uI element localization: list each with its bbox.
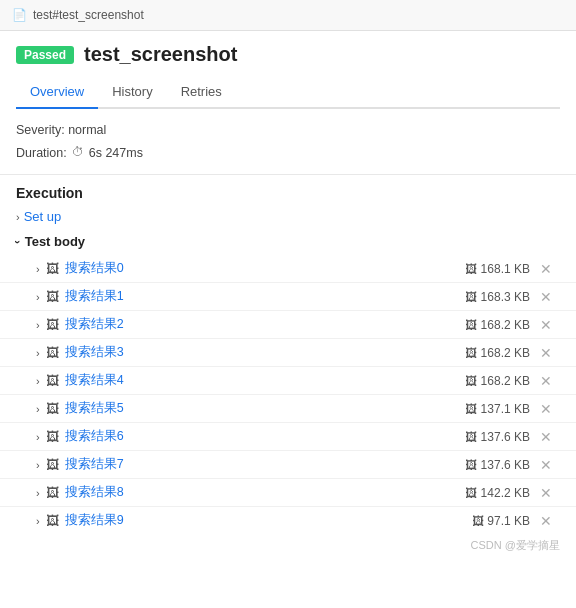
row-name-3[interactable]: 搜索结果3 <box>65 344 466 361</box>
row-file-icon-9: 🖼 <box>46 513 59 528</box>
meta-section: Severity: normal Duration: ⏱ 6s 247ms <box>0 109 576 175</box>
row-expand-2[interactable]: › <box>36 319 40 331</box>
row-file-icon-0: 🖼 <box>46 261 59 276</box>
table-row: › 🖼 搜索结果2 🖼 168.2 KB ✕ <box>0 310 576 338</box>
row-close-1[interactable]: ✕ <box>540 289 552 305</box>
row-expand-5[interactable]: › <box>36 403 40 415</box>
row-close-0[interactable]: ✕ <box>540 261 552 277</box>
tab-bar: Overview History Retries <box>16 76 560 109</box>
row-name-5[interactable]: 搜索结果5 <box>65 400 466 417</box>
table-row: › 🖼 搜索结果4 🖼 168.2 KB ✕ <box>0 366 576 394</box>
row-name-7[interactable]: 搜索结果7 <box>65 456 466 473</box>
table-row: › 🖼 搜索结果7 🖼 137.6 KB ✕ <box>0 450 576 478</box>
row-file-icon-1: 🖼 <box>46 289 59 304</box>
row-name-2[interactable]: 搜索结果2 <box>65 316 466 333</box>
setup-label: Set up <box>24 209 62 224</box>
row-size-4: 🖼 168.2 KB <box>465 374 530 388</box>
watermark-text: CSDN @爱学摘星 <box>471 538 560 553</box>
header: Passed test_screenshot Overview History … <box>0 31 576 109</box>
clock-icon: ⏱ <box>72 142 84 164</box>
row-file-icon-6: 🖼 <box>46 429 59 444</box>
row-expand-7[interactable]: › <box>36 459 40 471</box>
setup-section: Set up <box>0 205 576 228</box>
row-file-icon-4: 🖼 <box>46 373 59 388</box>
row-close-6[interactable]: ✕ <box>540 429 552 445</box>
row-size-9: 🖼 97.1 KB <box>472 514 530 528</box>
row-expand-3[interactable]: › <box>36 347 40 359</box>
severity-row: Severity: normal <box>16 119 560 142</box>
table-row: › 🖼 搜索结果6 🖼 137.6 KB ✕ <box>0 422 576 450</box>
row-close-7[interactable]: ✕ <box>540 457 552 473</box>
status-badge: Passed <box>16 46 74 64</box>
test-body-header[interactable]: › Test body <box>0 228 576 255</box>
row-name-9[interactable]: 搜索结果9 <box>65 512 472 529</box>
duration-row: Duration: ⏱ 6s 247ms <box>16 142 560 165</box>
table-row: › 🖼 搜索结果1 🖼 168.3 KB ✕ <box>0 282 576 310</box>
test-body-label: Test body <box>25 234 85 249</box>
tab-overview[interactable]: Overview <box>16 76 98 109</box>
row-close-9[interactable]: ✕ <box>540 513 552 529</box>
setup-item[interactable]: Set up <box>16 205 560 228</box>
row-name-4[interactable]: 搜索结果4 <box>65 372 466 389</box>
duration-value: 6s 247ms <box>89 142 143 165</box>
row-file-icon-7: 🖼 <box>46 457 59 472</box>
result-list: › 🖼 搜索结果0 🖼 168.1 KB ✕ › 🖼 搜索结果1 🖼 168.3… <box>0 255 576 534</box>
row-file-icon-2: 🖼 <box>46 317 59 332</box>
row-size-1: 🖼 168.3 KB <box>465 290 530 304</box>
row-name-0[interactable]: 搜索结果0 <box>65 260 466 277</box>
row-close-4[interactable]: ✕ <box>540 373 552 389</box>
title-row: Passed test_screenshot <box>16 43 560 66</box>
row-expand-4[interactable]: › <box>36 375 40 387</box>
row-name-1[interactable]: 搜索结果1 <box>65 288 466 305</box>
table-row: › 🖼 搜索结果5 🖼 137.1 KB ✕ <box>0 394 576 422</box>
duration-label: Duration: <box>16 142 67 165</box>
watermark: CSDN @爱学摘星 <box>0 534 576 557</box>
row-name-8[interactable]: 搜索结果8 <box>65 484 466 501</box>
file-icon: 📄 <box>12 8 27 22</box>
page-title: test_screenshot <box>84 43 237 66</box>
row-size-7: 🖼 137.6 KB <box>465 458 530 472</box>
test-body-chevron: › <box>12 240 24 244</box>
row-expand-8[interactable]: › <box>36 487 40 499</box>
execution-label: Execution <box>0 175 576 205</box>
table-row: › 🖼 搜索结果0 🖼 168.1 KB ✕ <box>0 255 576 282</box>
row-file-icon-5: 🖼 <box>46 401 59 416</box>
row-close-3[interactable]: ✕ <box>540 345 552 361</box>
table-row: › 🖼 搜索结果3 🖼 168.2 KB ✕ <box>0 338 576 366</box>
setup-chevron <box>16 211 20 223</box>
tab-history[interactable]: History <box>98 76 166 109</box>
table-row: › 🖼 搜索结果9 🖼 97.1 KB ✕ <box>0 506 576 534</box>
row-size-8: 🖼 142.2 KB <box>465 486 530 500</box>
row-expand-9[interactable]: › <box>36 515 40 527</box>
top-bar-label: test#test_screenshot <box>33 8 144 22</box>
row-close-2[interactable]: ✕ <box>540 317 552 333</box>
table-row: › 🖼 搜索结果8 🖼 142.2 KB ✕ <box>0 478 576 506</box>
row-expand-6[interactable]: › <box>36 431 40 443</box>
row-expand-0[interactable]: › <box>36 263 40 275</box>
row-size-5: 🖼 137.1 KB <box>465 402 530 416</box>
row-file-icon-8: 🖼 <box>46 485 59 500</box>
tab-retries[interactable]: Retries <box>167 76 236 109</box>
severity-label: Severity: <box>16 123 65 137</box>
row-close-8[interactable]: ✕ <box>540 485 552 501</box>
top-bar: 📄 test#test_screenshot <box>0 0 576 31</box>
row-size-3: 🖼 168.2 KB <box>465 346 530 360</box>
row-expand-1[interactable]: › <box>36 291 40 303</box>
row-size-6: 🖼 137.6 KB <box>465 430 530 444</box>
row-name-6[interactable]: 搜索结果6 <box>65 428 466 445</box>
row-file-icon-3: 🖼 <box>46 345 59 360</box>
row-size-2: 🖼 168.2 KB <box>465 318 530 332</box>
row-close-5[interactable]: ✕ <box>540 401 552 417</box>
row-size-0: 🖼 168.1 KB <box>465 262 530 276</box>
severity-value: normal <box>68 123 106 137</box>
